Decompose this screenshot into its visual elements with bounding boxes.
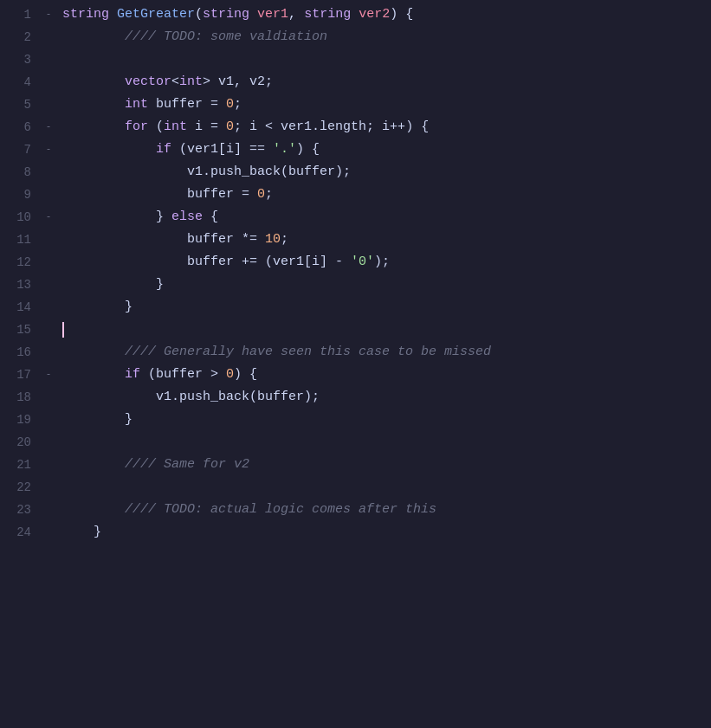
line-number: 3	[0, 48, 42, 71]
token-plain: }	[62, 274, 164, 295]
line-number: 9	[0, 184, 42, 206]
code-content: vector<int> v1, v2;	[55, 71, 711, 93]
token-plain: (ver1[i] ==	[171, 139, 273, 160]
code-content	[55, 48, 711, 71]
token-kw: string	[203, 4, 249, 25]
code-content: buffer += (ver1[i] - '0');	[55, 251, 711, 274]
token-plain	[62, 364, 125, 385]
code-line-13: 13 }	[0, 274, 711, 296]
fold-gutter	[42, 296, 55, 319]
token-plain	[62, 27, 125, 48]
token-plain: > v1, v2;	[203, 72, 273, 93]
token-kw: string	[62, 4, 109, 25]
token-plain: );	[374, 252, 390, 273]
code-line-21: 21 //// Same for v2	[0, 454, 711, 476]
code-content: string GetGreater(string ver1, string ve…	[55, 3, 711, 26]
code-line-14: 14 }	[0, 296, 711, 319]
token-num: 0	[226, 364, 234, 385]
token-plain: buffer += (ver1[i] -	[62, 252, 351, 273]
token-kw: int	[125, 94, 148, 115]
token-comment: //// TODO: some valdiation	[125, 27, 327, 48]
fold-gutter	[42, 386, 55, 409]
code-line-18: 18 v1.push_back(buffer);	[0, 386, 711, 409]
token-plain: ; i < ver1.length; i++) {	[234, 117, 429, 138]
code-content: //// TODO: some valdiation	[55, 26, 711, 48]
code-content	[55, 431, 711, 454]
token-num: 0	[226, 94, 234, 115]
code-content: //// Generally have seen this case to be…	[55, 341, 711, 364]
token-comment: //// Generally have seen this case to be…	[125, 342, 491, 363]
token-plain: }	[156, 207, 171, 228]
code-line-10: 10- } else {	[0, 206, 711, 229]
fold-gutter	[42, 341, 55, 364]
line-number: 2	[0, 26, 42, 48]
line-number: 18	[0, 386, 42, 409]
token-plain: buffer =	[62, 184, 257, 205]
token-plain: v1.push_back(buffer);	[62, 162, 351, 183]
code-line-9: 9 buffer = 0;	[0, 184, 711, 206]
fold-gutter	[42, 48, 55, 71]
token-plain: buffer =	[148, 94, 226, 115]
line-number: 1	[0, 3, 42, 26]
fold-gutter[interactable]: -	[42, 139, 55, 161]
code-editor: 1-string GetGreater(string ver1, string …	[0, 0, 711, 728]
code-content: if (buffer > 0) {	[55, 364, 711, 386]
code-line-1: 1-string GetGreater(string ver1, string …	[0, 3, 711, 26]
code-line-22: 22	[0, 476, 711, 499]
line-number: 7	[0, 139, 42, 161]
code-line-16: 16 //// Generally have seen this case to…	[0, 341, 711, 364]
line-number: 11	[0, 229, 42, 251]
fold-gutter[interactable]: -	[42, 116, 55, 139]
code-content: }	[55, 296, 711, 319]
token-plain: i =	[187, 117, 226, 138]
token-char-lit: '.'	[273, 139, 296, 160]
token-plain: {	[203, 207, 218, 228]
line-number: 23	[0, 499, 42, 521]
code-line-4: 4 vector<int> v1, v2;	[0, 71, 711, 93]
token-plain	[109, 4, 117, 25]
fold-gutter	[42, 431, 55, 454]
token-plain	[62, 499, 125, 520]
code-line-19: 19 }	[0, 409, 711, 431]
token-num: 10	[265, 229, 281, 250]
fold-gutter	[42, 26, 55, 48]
token-kw: if	[125, 364, 140, 385]
line-number: 17	[0, 364, 42, 386]
token-kw: int	[179, 72, 203, 93]
line-number: 22	[0, 476, 42, 499]
code-line-7: 7- if (ver1[i] == '.') {	[0, 139, 711, 161]
fold-gutter	[42, 476, 55, 499]
code-content: buffer *= 10;	[55, 229, 711, 251]
fold-gutter	[42, 161, 55, 184]
code-line-2: 2 //// TODO: some valdiation	[0, 26, 711, 48]
line-number: 21	[0, 454, 42, 476]
code-line-17: 17- if (buffer > 0) {	[0, 364, 711, 386]
code-line-24: 24 }	[0, 521, 711, 544]
line-number: 13	[0, 274, 42, 296]
token-kw: string	[304, 4, 351, 25]
token-plain: }	[62, 297, 133, 318]
line-number: 24	[0, 521, 42, 544]
token-plain: ;	[281, 229, 288, 250]
token-plain	[62, 342, 125, 363]
line-number: 12	[0, 251, 42, 274]
fold-gutter[interactable]: -	[42, 3, 55, 26]
line-number: 5	[0, 93, 42, 116]
code-line-8: 8 v1.push_back(buffer);	[0, 161, 711, 184]
code-content: int buffer = 0;	[55, 93, 711, 116]
token-plain: (	[148, 117, 164, 138]
line-number: 10	[0, 206, 42, 229]
code-content: v1.push_back(buffer);	[55, 161, 711, 184]
fold-gutter	[42, 251, 55, 274]
fold-gutter[interactable]: -	[42, 206, 55, 229]
token-plain: ) {	[296, 139, 320, 160]
token-kw: else	[171, 207, 203, 228]
code-line-5: 5 int buffer = 0;	[0, 93, 711, 116]
token-plain	[62, 94, 125, 115]
fold-gutter[interactable]: -	[42, 364, 55, 386]
code-content	[55, 319, 711, 341]
fold-gutter	[42, 93, 55, 116]
line-number: 14	[0, 296, 42, 319]
line-number: 19	[0, 409, 42, 431]
token-plain: ;	[265, 184, 273, 205]
